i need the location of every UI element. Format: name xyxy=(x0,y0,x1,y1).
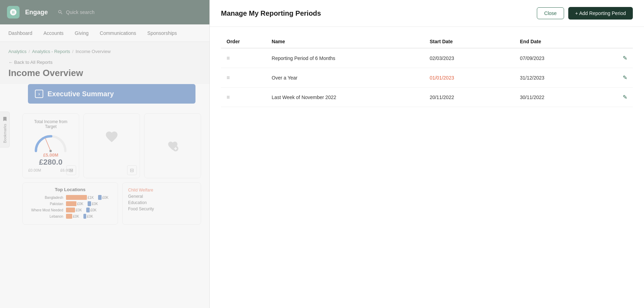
breadcrumb-analytics[interactable]: Analytics xyxy=(8,49,27,54)
top-navbar: Engage Quick search xyxy=(0,0,209,24)
edit-icon-0[interactable]: ✎ xyxy=(623,55,627,61)
row-end-1: 31/12/2023 xyxy=(515,68,605,88)
row-start-2: 20/11/2022 xyxy=(424,88,515,107)
nav-communications[interactable]: Communications xyxy=(100,29,136,37)
card-action-icon-2[interactable]: ⊟ xyxy=(127,165,137,175)
nav-sponsorships[interactable]: Sponsorships xyxy=(147,29,177,37)
table-row: ≡ Last Week of November 2022 20/11/2022 … xyxy=(221,88,633,107)
add-card[interactable] xyxy=(144,113,201,178)
breadcrumb-area: Analytics / Analytics - Reports / Income… xyxy=(0,42,209,57)
close-button[interactable]: Close xyxy=(537,7,564,19)
top-locations-section: Top Locations Bangladesh £1K £0K Pakista… xyxy=(14,182,209,225)
row-start-0: 02/03/2023 xyxy=(424,48,515,68)
svg-line-0 xyxy=(45,138,51,151)
breadcrumb-current: Income Overview xyxy=(75,49,110,54)
breadcrumb-sep-2: / xyxy=(72,49,74,54)
drag-handle-0[interactable]: ≡ xyxy=(221,48,266,68)
bar-row-3: Lebanon £0K £0K xyxy=(28,214,112,219)
col-header-end-date: End Date xyxy=(515,35,605,48)
edit-action-0[interactable]: ✎ xyxy=(605,48,633,68)
app-title: Engage xyxy=(25,9,48,16)
row-name-2: Last Week of November 2022 xyxy=(266,88,424,107)
bar-row-1: Pakistan £0K £0K xyxy=(28,201,112,206)
income-card: Total Income from Target £5.00M £280.0 £… xyxy=(22,113,79,178)
breadcrumb: Analytics / Analytics - Reports / Income… xyxy=(8,49,201,54)
row-name-0: Reporting Period of 6 Months xyxy=(266,48,424,68)
breadcrumb-analytics-reports[interactable]: Analytics - Reports xyxy=(32,49,70,54)
secondary-card: ⊟ xyxy=(83,113,140,178)
bar-row-0: Bangladesh £1K £0K xyxy=(28,195,112,200)
col-header-name: Name xyxy=(266,35,424,48)
left-background-panel: Engage Quick search Dashboard Accounts G… xyxy=(0,0,209,308)
gauge-value: £280.0 xyxy=(39,158,62,167)
bar-row-2: Where Most Needed £0K £0K xyxy=(28,208,112,212)
bookmarks-tab[interactable]: Bookmarks xyxy=(0,112,10,148)
row-name-1: Over a Year xyxy=(266,68,424,88)
cards-row: Total Income from Target £5.00M £280.0 £… xyxy=(14,113,209,182)
edit-action-1[interactable]: ✎ xyxy=(605,68,633,88)
top-locations-card: Top Locations Bangladesh £1K £0K Pakista… xyxy=(22,182,118,225)
table-row: ≡ Reporting Period of 6 Months 02/03/202… xyxy=(221,48,633,68)
table-container: Order Name Start Date End Date ≡ Reporti… xyxy=(210,27,644,308)
nav-dashboard[interactable]: Dashboard xyxy=(8,29,32,37)
modal-actions: Close + Add Reporting Period xyxy=(537,7,633,20)
search-placeholder: Quick search xyxy=(66,9,95,15)
nav-accounts[interactable]: Accounts xyxy=(44,29,64,37)
table-row: ≡ Over a Year 01/01/2023 31/12/2023 ✎ xyxy=(221,68,633,88)
modal-title: Manage My Reporting Periods xyxy=(221,9,321,17)
reporting-periods-table: Order Name Start Date End Date ≡ Reporti… xyxy=(221,35,633,107)
gauge-target: £5.00M xyxy=(43,152,58,158)
svg-point-1 xyxy=(50,150,52,152)
card-action-icon[interactable]: ⊟ xyxy=(66,165,76,175)
bookmarks-label: Bookmarks xyxy=(3,124,7,143)
col-header-order: Order xyxy=(221,35,266,48)
drag-handle-2[interactable]: ≡ xyxy=(221,88,266,107)
back-link[interactable]: ← Back to All Reports xyxy=(0,57,209,66)
search-bar[interactable]: Quick search xyxy=(58,9,95,15)
gauge-container: £5.00M £280.0 xyxy=(28,132,73,167)
expand-icon[interactable]: › xyxy=(35,90,43,98)
row-start-1: 01/01/2023 xyxy=(424,68,515,88)
edit-action-2[interactable]: ✎ xyxy=(605,88,633,107)
edit-icon-1[interactable]: ✎ xyxy=(623,75,627,81)
top-locations-title: Top Locations xyxy=(28,187,112,192)
edit-icon-2[interactable]: ✎ xyxy=(623,94,627,100)
heart-chart-icon xyxy=(89,119,134,154)
modal-header: Manage My Reporting Periods Close + Add … xyxy=(210,0,644,27)
breadcrumb-sep-1: / xyxy=(29,49,30,54)
secondary-nav: Dashboard Accounts Giving Communications… xyxy=(0,24,209,42)
nav-giving[interactable]: Giving xyxy=(75,29,89,37)
col-header-action xyxy=(605,35,633,48)
exec-summary-label: Executive Summary xyxy=(47,90,114,98)
col-header-start-date: Start Date xyxy=(424,35,515,48)
categories-card: Child Welfare General Education Food Sec… xyxy=(122,182,201,225)
income-card-title: Total Income from Target xyxy=(28,119,73,129)
add-reporting-period-button[interactable]: + Add Reporting Period xyxy=(568,7,633,20)
row-end-2: 30/11/2022 xyxy=(515,88,605,107)
app-logo xyxy=(7,6,20,18)
executive-summary-header: › Executive Summary xyxy=(28,84,195,104)
drag-handle-1[interactable]: ≡ xyxy=(221,68,266,88)
page-title: Income Overview xyxy=(0,66,209,84)
reporting-periods-modal: Manage My Reporting Periods Close + Add … xyxy=(209,0,644,308)
row-end-0: 07/09/2023 xyxy=(515,48,605,68)
